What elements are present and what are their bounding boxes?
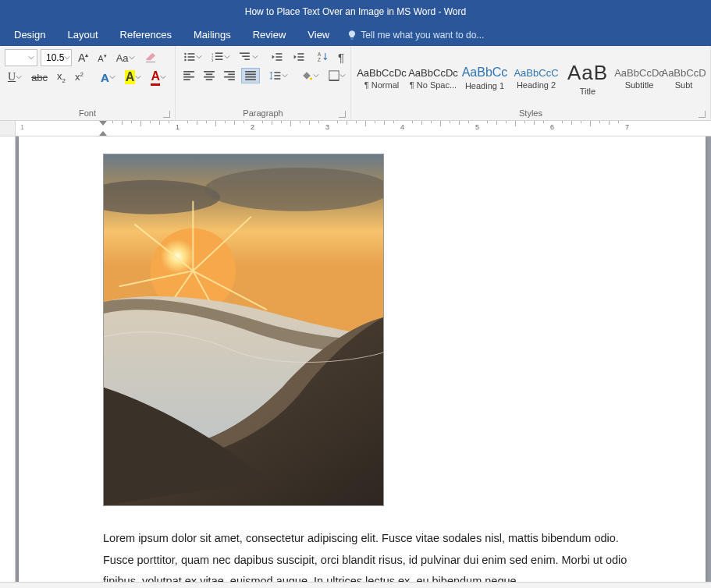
style-subtle[interactable]: AaBbCcDSubt	[665, 55, 702, 101]
decrease-indent-button[interactable]	[268, 49, 286, 65]
document-image[interactable]	[103, 154, 384, 506]
tab-layout[interactable]: Layout	[56, 23, 108, 46]
svg-rect-20	[297, 59, 304, 61]
svg-rect-1	[188, 53, 195, 55]
numbering-button[interactable]: 123	[208, 49, 233, 65]
subscript-button[interactable]: x2	[54, 69, 69, 85]
font-size-dropdown[interactable]: 10.5	[41, 49, 72, 66]
styles-group: AaBbCcDc¶ Normal AaBbCcDc¶ No Spac... Aa…	[351, 46, 711, 120]
paint-bucket-icon	[300, 70, 313, 81]
svg-point-4	[184, 59, 186, 61]
tab-view[interactable]: View	[297, 23, 340, 46]
svg-rect-30	[206, 79, 213, 80]
underline-button[interactable]: U	[5, 69, 25, 85]
font-dialog-launcher[interactable]	[163, 111, 170, 118]
font-size-value: 10.5	[46, 52, 64, 63]
sort-icon: AZ	[318, 51, 329, 62]
svg-point-2	[184, 56, 186, 58]
font-name-dropdown[interactable]	[5, 49, 37, 66]
svg-rect-35	[245, 71, 256, 73]
bullets-icon	[183, 51, 196, 62]
font-group: 10.5 A▴ A▾ Aa U abc x2 x2 A A A	[0, 46, 176, 120]
styles-group-label: Styles	[356, 107, 706, 120]
increase-indent-button[interactable]	[290, 49, 308, 65]
shading-button[interactable]	[297, 68, 322, 83]
style-title[interactable]: AaBTitle	[562, 55, 613, 101]
svg-rect-40	[274, 75, 280, 76]
svg-rect-23	[183, 71, 194, 73]
outdent-icon	[271, 51, 283, 62]
svg-rect-25	[183, 76, 194, 78]
font-color-button[interactable]: A	[148, 69, 169, 85]
tell-me-placeholder: Tell me what you want to do...	[361, 30, 484, 41]
svg-rect-9	[215, 55, 223, 57]
tab-references[interactable]: References	[109, 23, 183, 46]
line-spacing-button[interactable]	[266, 68, 291, 83]
justify-button[interactable]	[241, 68, 260, 83]
align-left-button[interactable]	[180, 68, 197, 83]
tell-me-search[interactable]: Tell me what you want to do...	[347, 30, 484, 41]
bullets-button[interactable]	[180, 49, 205, 65]
vertical-ruler[interactable]	[0, 136, 16, 582]
clear-formatting-button[interactable]	[141, 50, 160, 66]
svg-rect-24	[183, 73, 190, 75]
svg-rect-7	[215, 52, 223, 54]
window-title: How to Place Text Over an Image in MS Wo…	[245, 6, 466, 17]
sort-button[interactable]: AZ	[315, 49, 332, 65]
multilevel-list-button[interactable]	[236, 49, 261, 65]
svg-rect-43	[329, 71, 339, 80]
paragraph-group-label: Paragraph	[180, 107, 346, 120]
style-normal[interactable]: AaBbCcDc¶ Normal	[356, 55, 407, 101]
svg-rect-11	[215, 58, 223, 60]
horizontal-ruler[interactable]: 11234567	[0, 121, 711, 136]
svg-text:3: 3	[212, 58, 214, 62]
svg-rect-16	[276, 56, 282, 58]
status-bar	[0, 582, 711, 588]
styles-dialog-launcher[interactable]	[699, 111, 706, 118]
style-subtitle[interactable]: AaBbCcDcSubtitle	[613, 55, 665, 101]
tab-design[interactable]: Design	[3, 23, 56, 46]
svg-rect-34	[228, 79, 235, 80]
line-spacing-icon	[269, 70, 282, 81]
borders-button[interactable]	[325, 68, 349, 83]
tab-review[interactable]: Review	[242, 23, 297, 46]
svg-rect-37	[245, 76, 256, 78]
svg-rect-18	[297, 53, 304, 55]
grow-font-button[interactable]: A▴	[75, 50, 91, 66]
svg-rect-31	[224, 71, 235, 73]
svg-rect-27	[204, 71, 215, 73]
style-no-spacing[interactable]: AaBbCcDc¶ No Spac...	[407, 55, 459, 101]
highlight-color-button[interactable]: A	[122, 69, 145, 85]
svg-rect-14	[244, 58, 249, 60]
svg-rect-12	[240, 52, 250, 54]
svg-point-0	[184, 53, 186, 55]
svg-rect-3	[188, 56, 195, 58]
document-body-text[interactable]: Lorem ipsum dolor sit amet, consectetur …	[103, 528, 651, 582]
multilevel-icon	[240, 51, 252, 62]
superscript-button[interactable]: x2	[72, 69, 87, 85]
svg-point-42	[310, 77, 312, 80]
styles-gallery: AaBbCcDc¶ Normal AaBbCcDc¶ No Spac... Aa…	[356, 55, 706, 101]
paragraph-dialog-launcher[interactable]	[339, 111, 346, 118]
style-heading-1[interactable]: AaBbCcHeading 1	[459, 55, 510, 101]
document-area: Lorem ipsum dolor sit amet, consectetur …	[0, 136, 711, 582]
ribbon: 10.5 A▴ A▾ Aa U abc x2 x2 A A A	[0, 46, 711, 121]
show-hide-button[interactable]: ¶	[335, 49, 347, 65]
svg-rect-26	[183, 79, 190, 80]
tab-mailings[interactable]: Mailings	[183, 23, 242, 46]
align-center-button[interactable]	[201, 68, 218, 83]
page[interactable]: Lorem ipsum dolor sit amet, consectetur …	[19, 136, 706, 582]
svg-rect-19	[297, 56, 304, 58]
text-effects-button[interactable]: A	[98, 69, 119, 85]
change-case-button[interactable]: Aa	[113, 50, 138, 66]
svg-rect-36	[245, 73, 256, 75]
lightbulb-icon	[347, 30, 357, 41]
numbering-icon: 123	[212, 51, 224, 62]
shrink-font-button[interactable]: A▾	[94, 50, 109, 66]
strikethrough-button[interactable]: abc	[28, 69, 51, 85]
borders-icon	[329, 70, 340, 81]
style-heading-2[interactable]: AaBbCcCHeading 2	[510, 55, 562, 101]
align-right-button[interactable]	[221, 68, 238, 83]
font-group-label: Font	[5, 107, 170, 120]
ribbon-tabs: Design Layout References Mailings Review…	[0, 23, 711, 46]
